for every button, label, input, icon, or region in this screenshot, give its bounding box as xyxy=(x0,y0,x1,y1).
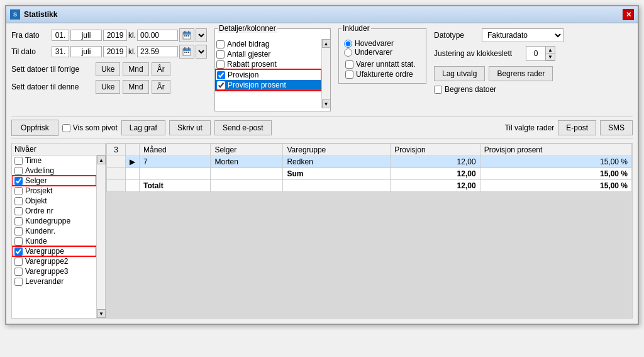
col-provisjon-prosent: Provisjon prosent xyxy=(480,144,631,156)
til-dropdown[interactable]: ▼ xyxy=(196,45,207,59)
fra-time-field[interactable] xyxy=(137,30,178,41)
justering-label: Justering av klokkeslett xyxy=(434,49,522,58)
provisjon-prosent-checkbox[interactable] xyxy=(217,81,225,89)
begrens-datoer-checkbox[interactable] xyxy=(434,86,442,94)
fra-dato-input: kl. xyxy=(52,28,207,42)
data-table-container: 3 Måned Selger Varegruppe Provisjon Prov… xyxy=(106,143,633,319)
niv-avdeling-label: Avdeling xyxy=(25,166,54,175)
vis-pivot-row: Vis som pivot xyxy=(62,123,118,132)
forrige-aar-button[interactable]: År xyxy=(152,62,170,76)
inkluder-section: Inkluder Hovedvarer Undervarer Varer unn… xyxy=(338,28,426,84)
begrens-rader-button[interactable]: Begrens rader xyxy=(489,66,553,81)
detaljer-label: Detaljer/kolonner xyxy=(218,24,277,33)
detaljer-scrollbar[interactable]: ▲ ▼ xyxy=(321,39,330,108)
niv-kundegruppe-label: Kundegruppe xyxy=(25,217,70,225)
col-provisjon: Provisjon xyxy=(391,144,480,156)
niv-leverandor-checkbox[interactable] xyxy=(14,278,23,286)
niv-avdeling-checkbox[interactable] xyxy=(14,167,23,175)
andel-bidrag-checkbox[interactable] xyxy=(216,40,225,48)
datotype-row: Datotype Fakturadato Ordredato Leverings… xyxy=(434,28,564,42)
svg-text:S: S xyxy=(13,11,17,18)
nivaaer-panel: Nivåer Time Avdeling xyxy=(11,143,106,319)
inkluder-undervarer: Undervarer xyxy=(344,48,421,57)
begrens-datoer-label: Begrens datoer xyxy=(445,85,496,94)
send-epost-button[interactable]: Send e-post xyxy=(214,120,272,135)
spinner-down-button[interactable]: ▼ xyxy=(546,54,555,60)
niv-time-checkbox[interactable] xyxy=(14,157,23,165)
undervarer-radio[interactable] xyxy=(344,48,352,57)
skriv-ut-button[interactable]: Skriv ut xyxy=(169,120,211,135)
niv-prosjekt-checkbox[interactable] xyxy=(14,187,23,195)
epost-button[interactable]: E-post xyxy=(558,120,596,135)
varer-unntatt-label: Varer unntatt stat. xyxy=(356,60,416,69)
nivaaer-scrollbar[interactable]: ▲ ▼ xyxy=(96,156,105,318)
row-expand-cell[interactable]: ▶ xyxy=(126,156,140,168)
antall-gjester-checkbox[interactable] xyxy=(216,50,225,59)
fra-dropdown[interactable]: ▼ xyxy=(196,28,207,42)
denne-aar-button[interactable]: År xyxy=(152,80,170,94)
niv-varegruppe3: Varegruppe3 xyxy=(12,266,96,276)
total-num-cell xyxy=(107,180,126,192)
til-time-field[interactable] xyxy=(137,46,178,57)
forrige-mnd-button[interactable]: Mnd xyxy=(123,62,148,76)
fra-month-field[interactable] xyxy=(70,30,102,41)
oppfrisk-button[interactable]: Oppfrisk xyxy=(11,120,58,136)
fra-calendar-button[interactable] xyxy=(179,28,194,42)
niv-kunde-checkbox[interactable] xyxy=(14,237,23,246)
niv-ordrenr-checkbox[interactable] xyxy=(14,207,23,215)
sett-forrige-label: Sett datoer til forrige xyxy=(11,65,93,74)
rabatt-prosent-checkbox[interactable] xyxy=(216,60,225,69)
main-area: Nivåer Time Avdeling xyxy=(11,143,633,319)
fra-day-field[interactable] xyxy=(52,30,69,41)
varer-unntatt-checkbox[interactable] xyxy=(345,60,353,69)
til-month-field[interactable] xyxy=(70,46,102,57)
denne-uke-button[interactable]: Uke xyxy=(96,80,120,94)
niv-kundenr-checkbox[interactable] xyxy=(14,227,23,235)
niv-selger-label: Selger xyxy=(25,176,47,185)
lag-graf-button[interactable]: Lag graf xyxy=(121,120,165,135)
close-button[interactable]: ✕ xyxy=(623,9,634,20)
niv-time-label: Time xyxy=(25,156,42,165)
justering-input[interactable] xyxy=(526,47,545,60)
fra-dato-label: Fra dato xyxy=(11,31,49,40)
sms-button[interactable]: SMS xyxy=(600,120,633,135)
vis-pivot-checkbox[interactable] xyxy=(62,124,70,132)
niv-selger-checkbox[interactable] xyxy=(14,177,23,185)
til-calendar-button[interactable] xyxy=(179,45,194,59)
total-selger-cell xyxy=(211,180,283,192)
provisjon-prosent-label: Provisjon prosent xyxy=(228,81,286,89)
lag-utvalg-button[interactable]: Lag utvalg xyxy=(434,66,485,81)
sum-maaned-cell xyxy=(140,168,211,180)
niv-varegruppe2-checkbox[interactable] xyxy=(14,258,23,266)
til-year-field[interactable] xyxy=(103,46,127,57)
niv-varegruppe-checkbox[interactable] xyxy=(14,247,23,256)
data-table: 3 Måned Selger Varegruppe Provisjon Prov… xyxy=(106,144,632,192)
niv-varegruppe3-checkbox[interactable] xyxy=(14,268,23,276)
niv-leverandor-label: Leverandør xyxy=(25,277,64,286)
svg-rect-8 xyxy=(188,35,189,37)
til-valgte-label: Til valgte rader xyxy=(504,123,554,132)
title-bar: S Statistikk ✕ xyxy=(6,6,638,23)
niv-varegruppe2: Varegruppe2 xyxy=(12,256,96,266)
til-day-field[interactable] xyxy=(52,46,69,57)
svg-rect-15 xyxy=(188,52,189,53)
niv-varegruppe-label: Varegruppe xyxy=(25,247,64,256)
fra-year-field[interactable] xyxy=(103,30,127,41)
provisjon-checkbox[interactable] xyxy=(217,71,225,79)
spinner-up-button[interactable]: ▲ xyxy=(546,47,555,54)
niv-objekt: Objekt xyxy=(12,196,96,206)
datotype-select[interactable]: Fakturadato Ordredato Leveringsdato xyxy=(482,28,564,42)
forrige-uke-button[interactable]: Uke xyxy=(96,62,120,76)
hovedvarer-radio[interactable] xyxy=(344,40,352,48)
niv-varegruppe2-label: Varegruppe2 xyxy=(25,257,69,266)
niv-kundegruppe-checkbox[interactable] xyxy=(14,217,23,225)
undervarer-label: Undervarer xyxy=(355,48,392,57)
niv-objekt-checkbox[interactable] xyxy=(14,197,23,205)
svg-rect-7 xyxy=(186,35,187,37)
sett-forrige-row: Sett datoer til forrige Uke Mnd År xyxy=(11,62,207,76)
niv-prosjekt-label: Prosjekt xyxy=(25,186,52,195)
denne-mnd-button[interactable]: Mnd xyxy=(123,80,148,94)
ufakturerte-label: Ufakturerte ordre xyxy=(356,70,413,79)
ufakturerte-checkbox[interactable] xyxy=(345,71,353,79)
window-icon: S xyxy=(10,9,20,20)
